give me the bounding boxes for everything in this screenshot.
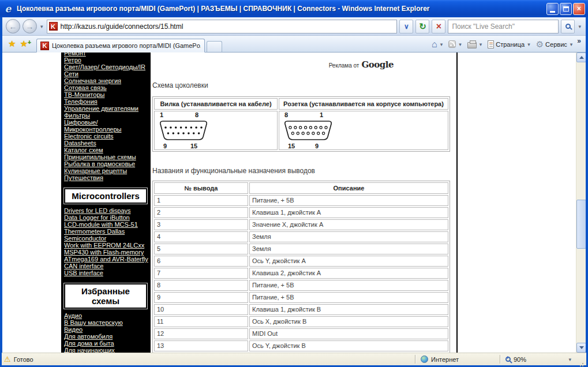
sidebar-link[interactable]: ATmega169 and AVR-Baterfly <box>64 256 148 263</box>
sidebar-link[interactable]: Микроконтроллеры <box>64 126 148 133</box>
active-tab[interactable]: K Цоколевка разъема игрового порта/MIDI … <box>36 39 205 53</box>
sidebar-link[interactable]: Сотовая связь <box>64 84 148 91</box>
refresh-button[interactable]: ↻ <box>415 20 429 33</box>
search-options-icon[interactable]: ▾ <box>577 24 582 29</box>
tools-menu-label: Сервис <box>545 41 567 48</box>
sidebar-link[interactable]: Electronic circuits <box>64 133 148 140</box>
favorites-center-button[interactable]: ★ <box>7 39 18 52</box>
zoom-control[interactable]: 90% ▾ <box>502 356 576 363</box>
new-tab-button[interactable] <box>207 41 222 52</box>
close-button[interactable]: × <box>573 3 585 15</box>
sidebar-link[interactable]: Управление двигателями <box>64 105 148 112</box>
table-row: 9Питание, + 5В <box>154 292 448 303</box>
scroll-up-button[interactable] <box>576 53 586 62</box>
security-zone: Интернет <box>417 355 498 363</box>
scrollbar-thumb[interactable] <box>576 200 586 249</box>
sidebar: РемонтРетроСвет/Лазер/ Светодиоды/IRСети… <box>61 53 151 353</box>
sidebar-link[interactable]: Путешествия <box>64 174 148 181</box>
zoom-dropdown-icon[interactable]: ▾ <box>567 357 572 362</box>
home-icon: ⌂ <box>432 40 437 49</box>
scroll-down-button[interactable] <box>576 343 586 353</box>
status-text: Готово <box>14 356 33 363</box>
sidebar-link[interactable]: Видео <box>64 326 148 333</box>
warning-icon: ⚠ <box>4 355 11 363</box>
sidebar-link[interactable]: Солнечная энергия <box>64 77 148 84</box>
table-row: 2Клавиша 1, джойстик А <box>154 207 448 218</box>
table-row: 11Ось X, джойстик В <box>154 316 448 327</box>
sidebar-link[interactable]: Принципиальные схемы <box>64 153 148 160</box>
sidebar-link[interactable]: Рыбалка в подмосковье <box>64 160 148 167</box>
sidebar-link[interactable]: Сети <box>64 70 148 77</box>
pin-label: 1 <box>160 111 163 118</box>
sidebar-link[interactable]: Цифровые/ <box>64 119 148 126</box>
page-menu-label: Страница <box>496 41 525 48</box>
sidebar-link[interactable]: CAN interface <box>64 263 148 269</box>
ie-logo-icon: e <box>3 3 13 14</box>
connector-diagram-plug: 1 8 9 15 <box>158 113 211 148</box>
connector-diagram-socket: 8 1 15 9 <box>283 113 336 148</box>
sidebar-link[interactable]: ТВ-Мониторы <box>64 91 148 98</box>
pin-label: 8 <box>195 111 199 118</box>
sidebar-link[interactable]: Data Logger for iButton <box>64 214 148 221</box>
table-cell: 5 <box>154 244 248 254</box>
page-icon <box>488 40 494 48</box>
table-row: 5Земля <box>154 244 448 254</box>
sidebar-link[interactable]: USB interface <box>64 269 148 276</box>
sidebar-link[interactable]: Для дома и быта <box>64 340 148 347</box>
sidebar-link[interactable]: Semiconductor <box>64 235 148 242</box>
sidebar-link[interactable]: Каталог схем <box>64 147 148 153</box>
sidebar-link[interactable]: Work with EEPROM 24LCxx <box>64 242 148 249</box>
minimize-button[interactable] <box>546 3 559 15</box>
google-ad-credit: Реклама от Google <box>152 59 458 70</box>
toolbar-overflow-button[interactable]: » <box>576 36 581 45</box>
pin-description-table: № вывода Описание 1Питание, + 5В2Клавиша… <box>152 181 450 353</box>
sidebar-link[interactable]: В Вашу мастерскую <box>64 319 148 326</box>
add-favorite-button[interactable]: ★+ <box>18 39 30 52</box>
sidebar-link[interactable]: Datasheets <box>64 140 148 147</box>
printer-icon <box>467 42 477 48</box>
sidebar-link[interactable]: Для автомобиля <box>64 333 148 340</box>
table-cell: 7 <box>154 268 248 279</box>
sidebar-link[interactable]: Аудио <box>64 312 148 319</box>
stop-button[interactable]: × <box>432 20 445 33</box>
sidebar-link[interactable]: Кулинарные рецепты <box>64 167 148 174</box>
search-input[interactable] <box>452 23 555 31</box>
sidebar-link[interactable]: Ретро <box>64 57 148 63</box>
table-cell: Клавиша 1, джойстик А <box>249 207 448 218</box>
web-page: РемонтРетроСвет/Лазер/ Светодиоды/IRСети… <box>2 53 576 353</box>
sidebar-section-title: Microcontrollers <box>65 189 146 203</box>
vertical-scrollbar[interactable] <box>576 53 586 353</box>
table-cell: Земля <box>249 244 448 254</box>
sidebar-link[interactable]: Drivers for LED dispays <box>64 207 148 214</box>
rss-button[interactable]: ▾ <box>446 38 465 52</box>
forward-button[interactable]: → <box>23 19 37 33</box>
resize-grip[interactable] <box>576 357 584 365</box>
pin-label: 9 <box>315 143 319 149</box>
tab-favicon: K <box>40 42 49 50</box>
table-cell: 9 <box>154 292 248 303</box>
connector-header-plug: Вилка (устанавливается на кабеле) <box>154 98 278 110</box>
sidebar-link[interactable]: Для начинающих <box>64 347 148 353</box>
history-dropdown-icon[interactable]: ▾ <box>39 24 44 29</box>
restore-button[interactable] <box>560 3 572 15</box>
home-button[interactable]: ⌂▾ <box>429 38 446 52</box>
tools-menu-button[interactable]: ⚙Сервис▾ <box>534 38 576 52</box>
sidebar-link[interactable]: Thermometers Dallas <box>64 228 148 235</box>
back-button[interactable]: ← <box>6 19 20 33</box>
print-button[interactable]: ▾ <box>465 38 486 52</box>
zone-label: Интернет <box>431 356 459 363</box>
sidebar-link[interactable]: LCD-module with MCS-51 <box>64 221 148 228</box>
sidebar-link[interactable]: Фильтры <box>64 112 148 119</box>
address-input[interactable] <box>61 23 395 31</box>
table-cell: MIDI Out <box>249 328 448 339</box>
address-dropdown-button[interactable]: ∨ <box>399 20 413 33</box>
sidebar-link[interactable]: Телефония <box>64 98 148 105</box>
zoom-level: 90% <box>514 356 526 363</box>
sidebar-link[interactable]: Ремонт <box>64 53 148 57</box>
search-button[interactable] <box>561 20 575 33</box>
navigation-bar: ← → ▾ K ∨ ↻ × ▾ <box>2 17 586 36</box>
page-menu-button[interactable]: Страница▾ <box>485 38 533 52</box>
sidebar-link[interactable]: Свет/Лазер/ Светодиоды/IR <box>64 63 148 70</box>
sidebar-link[interactable]: MSP430 with Flash-memory <box>64 249 148 256</box>
table-cell: Клавиша 2, джойстик А <box>249 268 448 279</box>
